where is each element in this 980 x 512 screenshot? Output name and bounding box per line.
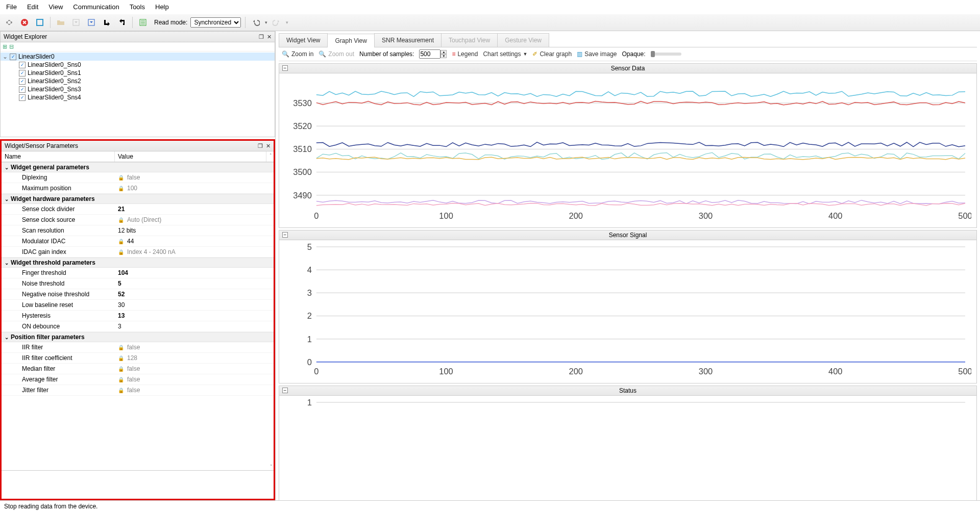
close-icon[interactable]: ✕ bbox=[266, 143, 271, 149]
param-value[interactable]: 21 bbox=[115, 204, 274, 214]
spin-up-icon[interactable]: ▲ bbox=[440, 50, 447, 54]
param-value[interactable]: 30 bbox=[115, 300, 274, 310]
chart-title-bar[interactable]: −Sensor Signal bbox=[279, 231, 976, 240]
param-value[interactable]: 44 bbox=[115, 237, 274, 246]
param-row[interactable]: Average filterfalse bbox=[2, 374, 274, 385]
param-row[interactable]: IIR filterfalse bbox=[2, 342, 274, 353]
tab-graph-view[interactable]: Graph View bbox=[327, 34, 374, 47]
num-samples-input[interactable]: ▲▼ bbox=[419, 49, 447, 59]
window-button[interactable] bbox=[34, 16, 46, 29]
export-button[interactable] bbox=[116, 16, 128, 29]
param-value[interactable]: false bbox=[115, 343, 274, 352]
stop-button[interactable] bbox=[18, 16, 31, 29]
scroll-down-icon[interactable]: ˅ bbox=[270, 464, 273, 469]
log-button[interactable] bbox=[137, 16, 149, 29]
param-group[interactable]: ⌄Widget threshold parameters bbox=[2, 258, 274, 268]
param-row[interactable]: IDAC gain indexIndex 4 - 2400 nA bbox=[2, 247, 274, 258]
chart-title-bar[interactable]: −Status bbox=[279, 386, 976, 396]
menu-edit[interactable]: Edit bbox=[25, 2, 40, 12]
param-row[interactable]: Modulator IDAC44 bbox=[2, 236, 274, 247]
param-group[interactable]: ⌄Position filter parameters bbox=[2, 332, 274, 342]
upload-button[interactable] bbox=[85, 16, 97, 29]
param-row[interactable]: Jitter filterfalse bbox=[2, 385, 274, 396]
tree-sensor[interactable]: ✓LinearSlider0_Sns0 bbox=[1, 61, 275, 69]
param-row[interactable]: ON debounce3 bbox=[2, 321, 274, 332]
menu-tools[interactable]: Tools bbox=[128, 2, 147, 12]
caret-icon[interactable]: ⌄ bbox=[3, 53, 8, 60]
download-button[interactable] bbox=[70, 16, 82, 29]
caret-icon[interactable]: ⌄ bbox=[5, 196, 9, 202]
param-group[interactable]: ⌄Widget general parameters bbox=[2, 162, 274, 172]
num-samples-field[interactable] bbox=[419, 49, 440, 59]
chart-canvas[interactable]: 349035003510352035300100200300400500 bbox=[279, 73, 976, 227]
chart-canvas[interactable]: 010100200300400500 bbox=[279, 396, 976, 500]
param-row[interactable]: Low baseline reset30 bbox=[2, 300, 274, 311]
checkbox[interactable]: ✓ bbox=[19, 78, 26, 85]
param-value[interactable]: 128 bbox=[115, 353, 274, 363]
menu-communication[interactable]: Communication bbox=[71, 2, 121, 12]
legend-button[interactable]: ≡Legend bbox=[452, 50, 478, 58]
param-row[interactable]: Noise threshold5 bbox=[2, 278, 274, 289]
param-value[interactable]: false bbox=[115, 364, 274, 373]
checkbox[interactable]: ✓ bbox=[19, 70, 26, 76]
spin-down-icon[interactable]: ▼ bbox=[440, 54, 447, 58]
param-value[interactable]: 52 bbox=[115, 290, 274, 299]
checkbox[interactable]: ✓ bbox=[10, 54, 16, 60]
param-row[interactable]: Diplexingfalse bbox=[2, 172, 274, 183]
zoom-out-button[interactable]: 🔍Zoom out bbox=[318, 50, 354, 58]
settings-button[interactable] bbox=[3, 16, 15, 29]
tree-root[interactable]: ⌄ ✓ LinearSlider0 bbox=[1, 53, 275, 61]
restore-icon[interactable]: ❐ bbox=[258, 143, 263, 149]
chart-title-bar[interactable]: −Sensor Data bbox=[279, 64, 976, 73]
undo-button[interactable] bbox=[250, 16, 262, 29]
collapse-all-icon[interactable]: ⊟ bbox=[9, 43, 14, 50]
tab-widget-view[interactable]: Widget View bbox=[279, 33, 328, 47]
scroll-up-icon[interactable]: ˄ bbox=[266, 151, 274, 162]
param-row[interactable]: IIR filter coefficient128 bbox=[2, 353, 274, 364]
tab-snr-measurement[interactable]: SNR Measurement bbox=[374, 33, 442, 47]
caret-icon[interactable]: ⌄ bbox=[5, 260, 9, 266]
param-row[interactable]: Negative noise threshold52 bbox=[2, 289, 274, 300]
chart-settings-button[interactable]: Chart settings▼ bbox=[483, 50, 527, 58]
checkbox[interactable]: ✓ bbox=[19, 86, 26, 93]
param-value[interactable]: false bbox=[115, 375, 274, 384]
chart-canvas[interactable]: 0123450100200300400500 bbox=[279, 240, 976, 383]
checkbox[interactable]: ✓ bbox=[19, 94, 26, 101]
param-value[interactable]: false bbox=[115, 386, 274, 395]
menu-help[interactable]: Help bbox=[153, 2, 171, 12]
open-button[interactable] bbox=[55, 16, 67, 29]
tree-sensor[interactable]: ✓LinearSlider0_Sns4 bbox=[1, 93, 275, 101]
param-row[interactable]: Maximum position100 bbox=[2, 183, 274, 194]
minus-icon[interactable]: − bbox=[282, 388, 288, 393]
menu-view[interactable]: View bbox=[46, 2, 65, 12]
zoom-in-button[interactable]: 🔍Zoom in bbox=[282, 50, 313, 58]
tree-sensor[interactable]: ✓LinearSlider0_Sns2 bbox=[1, 77, 275, 85]
param-value[interactable]: Auto (Direct) bbox=[115, 215, 274, 224]
checkbox[interactable]: ✓ bbox=[19, 62, 26, 68]
param-value[interactable]: false bbox=[115, 173, 274, 182]
param-group[interactable]: ⌄Widget hardware parameters bbox=[2, 194, 274, 204]
param-table[interactable]: ⌄Widget general parametersDiplexingfalse… bbox=[2, 162, 274, 470]
param-row[interactable]: Sense clock sourceAuto (Direct) bbox=[2, 215, 274, 225]
save-image-button[interactable]: ▥Save image bbox=[577, 50, 617, 58]
param-row[interactable]: Finger threshold104 bbox=[2, 268, 274, 278]
opaque-slider[interactable] bbox=[651, 53, 681, 56]
param-row[interactable]: Hysteresis13 bbox=[2, 311, 274, 321]
minus-icon[interactable]: − bbox=[282, 232, 288, 238]
param-value[interactable]: 3 bbox=[115, 322, 274, 331]
param-row[interactable]: Sense clock divider21 bbox=[2, 204, 274, 215]
caret-icon[interactable]: ⌄ bbox=[5, 335, 9, 340]
redo-button[interactable] bbox=[271, 16, 283, 29]
expand-all-icon[interactable]: ⊞ bbox=[3, 43, 7, 50]
clear-graph-button[interactable]: ✐Clear graph bbox=[532, 50, 572, 58]
widget-tree[interactable]: ⌄ ✓ LinearSlider0 ✓LinearSlider0_Sns0✓Li… bbox=[1, 52, 275, 103]
caret-icon[interactable]: ⌄ bbox=[5, 165, 9, 170]
import-button[interactable] bbox=[101, 16, 113, 29]
param-value[interactable]: 104 bbox=[115, 268, 274, 277]
tree-sensor[interactable]: ✓LinearSlider0_Sns3 bbox=[1, 85, 275, 93]
param-row[interactable]: Median filterfalse bbox=[2, 364, 274, 374]
minus-icon[interactable]: − bbox=[282, 65, 288, 71]
tree-sensor[interactable]: ✓LinearSlider0_Sns1 bbox=[1, 69, 275, 77]
param-value[interactable]: Index 4 - 2400 nA bbox=[115, 247, 274, 257]
menu-file[interactable]: File bbox=[4, 2, 19, 12]
